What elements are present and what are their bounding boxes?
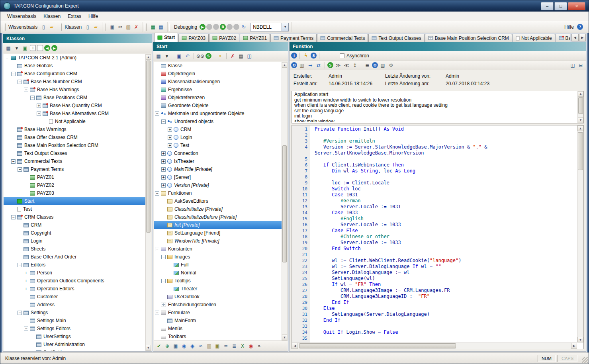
lightning-icon[interactable]: ϟ [302,52,309,59]
toolbar-grip[interactable] [60,23,62,31]
delete-icon[interactable]: ✗ [133,23,140,31]
print-icon[interactable]: ▤ [237,53,245,60]
code-line[interactable]: Dim wl As String, loc As Long [315,168,577,174]
menu-hilfe[interactable]: Hilfe [85,12,102,20]
scroll-down-icon[interactable]: ▼ [578,117,583,123]
scroll-thumb[interactable] [578,132,583,170]
code-line[interactable]: Switch loc [315,186,577,192]
object-circle-icon[interactable]: O [291,62,297,68]
export-icon[interactable]: ▦ [149,23,157,31]
restart-debug-icon[interactable]: R [220,24,226,30]
code-line[interactable]: CRM.Language3LanguageID := "FR" [315,294,577,299]
code-line[interactable]: Server.DialogLanguage := wl [315,270,577,276]
stop-debug-icon[interactable] [213,24,219,30]
code-line[interactable]: #Chinese or other [315,234,577,240]
tree-item-objektregeln[interactable]: Objektregeln [154,70,282,78]
tree-item-images[interactable]: −Images [154,253,282,261]
tree-item-tooltips[interactable]: −Tooltips [154,277,282,285]
tree-item-crm-classes[interactable]: −CRM Classes [4,213,145,221]
key-icon[interactable]: ⚬ [217,53,224,60]
minimize-button[interactable]: – [541,2,554,10]
tree-item-windowtitle-private[interactable]: WindowTitle [Private] [154,237,282,245]
gear-icon[interactable]: ⚙ [387,62,395,69]
tree-view-icon[interactable]: ▦ [5,45,12,52]
tree-item-payz01[interactable]: PAYZ01 [4,173,145,181]
open-class-icon[interactable]: ▰ [92,23,99,31]
code-line[interactable]: Case Else [315,228,577,234]
outdent-icon[interactable]: ≪ [343,62,350,69]
sort-icon[interactable]: ↕ [351,62,358,69]
pause-debug-icon[interactable] [206,24,212,30]
tree-item-base-has-warnings[interactable]: Base Has Warnings [4,125,145,133]
package-icon[interactable]: ◫ [246,53,253,60]
code-line[interactable]: wl := Server.DialogLanguage If wl = "" [315,264,577,270]
collapse-icon[interactable]: − [155,247,159,251]
expand-icon[interactable]: + [24,287,28,291]
tree-item-base-offer-and-order[interactable]: Base Offer And Order [4,253,145,261]
expand-icon[interactable]: + [161,159,166,164]
translate-icon[interactable]: S [327,62,333,68]
tree-item-theater[interactable]: Theater [154,285,282,293]
copy-page-icon[interactable]: ▣ [214,342,221,350]
tree-item-payment-terms[interactable]: −Payment Terms [4,165,145,173]
web2-icon[interactable]: ◉ [189,342,196,350]
collapse-icon[interactable]: − [11,159,16,164]
checkbox-icon[interactable] [340,53,344,58]
tree-item-base-offer-classes-crm[interactable]: Base Offer Classes CRM [4,133,145,141]
code-line[interactable]: End If [315,317,577,323]
maximize-button[interactable]: □ [554,2,567,10]
new-knowledgebase-icon[interactable]: ▯ [40,23,47,31]
find-icon[interactable]: ⊙⊙ [196,53,204,60]
book-icon[interactable]: ▥ [298,62,305,69]
cut-icon[interactable]: ✂ [117,23,124,31]
stack-icon[interactable]: ≡ [222,342,229,350]
scroll-thumb[interactable] [146,61,151,233]
tree-item-classinitializebefore-private[interactable]: ClassInitializeBefore [Private] [154,213,282,221]
tree-item-login[interactable]: +Login [154,133,282,141]
tree-item-payz03[interactable]: PAYZ03 [4,189,145,197]
tab-commercial-texts[interactable]: Commercial Texts [317,34,368,42]
tree-item-klassenaktualisierungen[interactable]: Klassenaktualisierungen [154,78,282,86]
tree-item-crm[interactable]: CRM [4,221,145,229]
start-debug-icon[interactable]: ▶ [200,24,205,30]
code-line[interactable]: Quit If Login.Show = False [315,329,577,335]
code-line[interactable]: Case 1033 [315,210,577,216]
tree-item-base-configuration-crm[interactable]: −Base Configuration CRM [4,70,145,78]
indent-icon[interactable]: ≫ [335,62,342,69]
open-knowledgebase-icon[interactable]: ▰ [48,23,55,31]
code-line[interactable]: Server.Locale := 1033 [315,240,577,246]
collapse-icon[interactable]: − [18,263,22,267]
expand-icon[interactable]: + [168,127,172,132]
scroll-up-icon[interactable]: ▲ [146,54,151,60]
scroll-down-icon[interactable]: ▼ [282,335,287,340]
expand-icon[interactable]: + [37,104,41,108]
expand-icon[interactable]: + [24,279,28,283]
code-line[interactable]: End If [315,299,577,305]
tree-item-mainform[interactable]: MainForm [154,317,282,325]
tab-start[interactable]: Start [154,33,178,42]
tab-text-output-classes[interactable]: Text Output Classes [368,34,424,42]
copy-icon[interactable]: ▣ [109,23,116,31]
back-icon[interactable]: ◀ [44,45,50,51]
tree-item-base-has-number-crm[interactable]: −Base Has Number CRM [4,78,145,86]
code-line[interactable]: SetLanguage(wl) [315,276,577,282]
code-line[interactable]: Server.Locale := 1033 [315,222,577,228]
tab-scroll-left-icon[interactable]: ◀ [571,34,579,41]
web-icon[interactable]: ◉ [180,342,188,350]
code-line[interactable] [315,156,577,162]
menu-klassen[interactable]: Klassen [40,12,64,20]
goto-icon[interactable]: → [307,62,314,69]
menu-extras[interactable]: Extras [64,12,85,20]
tree-item-klasse[interactable]: Klasse [154,62,282,70]
tab-base-main-position-selection-crm[interactable]: Base Main Position Selection CRM [425,34,512,42]
code-line[interactable]: If wl = "FR" Then [315,282,577,288]
status-dots-icon[interactable]: ◉ [247,342,254,350]
collapse-icon[interactable]: − [155,311,159,315]
collapse-icon[interactable]: − [24,327,28,331]
code-line[interactable] [315,174,577,180]
expand-all-icon[interactable]: + [30,45,36,51]
tree-item-usersettings[interactable]: UserSettings [4,333,145,341]
scroll-left-icon[interactable]: ◀ [292,343,298,349]
tree-item-formulare[interactable]: −Formulare [154,309,282,317]
code-line[interactable]: loc := Client.Locale [315,180,577,186]
